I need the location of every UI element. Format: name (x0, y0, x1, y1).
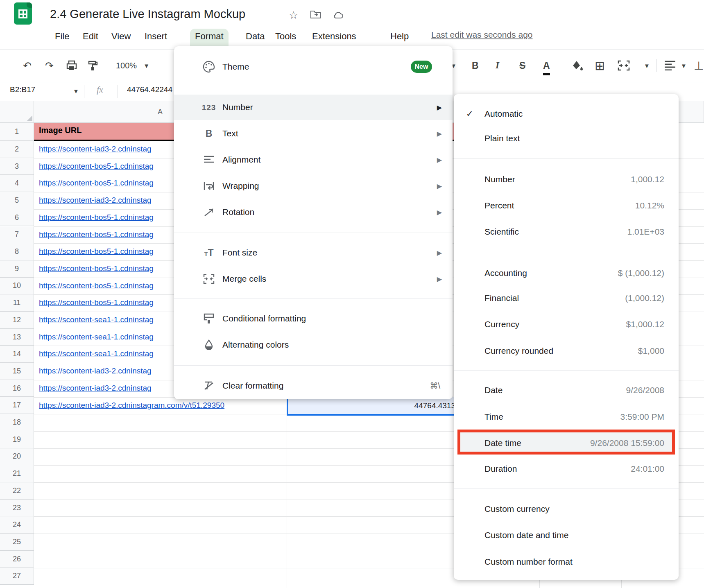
menubar-item-edit[interactable]: Edit (78, 29, 103, 44)
number-menu-item-automatic[interactable]: ✓Automatic (454, 101, 679, 127)
row-header-25[interactable]: 25 (0, 534, 34, 551)
row-header-16[interactable]: 16 (0, 380, 34, 397)
row-header-5[interactable]: 5 (0, 192, 34, 209)
row-header-10[interactable]: 10 (0, 278, 34, 295)
format-menu-item-theme[interactable]: ThemeNew (174, 54, 453, 79)
row-header-17[interactable]: 17 (0, 397, 34, 414)
format-menu-item-text[interactable]: BText▶ (174, 121, 453, 146)
url-cell-a13[interactable]: https://scontent-sea1-1.cdninstag (39, 332, 178, 341)
redo-icon[interactable]: ↷ (45, 58, 54, 73)
row-header-22[interactable]: 22 (0, 482, 34, 500)
last-edit-status[interactable]: Last edit was seconds ago (431, 30, 533, 40)
number-menu-item-scientific[interactable]: Scientific1.01E+03 (454, 219, 679, 244)
number-menu-item-duration[interactable]: Duration24:01:00 (454, 456, 679, 482)
menubar-item-help[interactable]: Help (385, 29, 414, 44)
url-cell-a5[interactable]: https://scontent-iad3-2.cdninstag (39, 196, 178, 205)
row-header-23[interactable]: 23 (0, 500, 34, 517)
row-header-1[interactable]: 1 (0, 123, 34, 141)
number-menu-item-financial[interactable]: Financial(1,000.12) (454, 285, 679, 311)
row-header-15[interactable]: 15 (0, 363, 34, 380)
format-menu-item-alignment[interactable]: Alignment▶ (174, 147, 453, 172)
borders-icon[interactable]: ⊞ (595, 58, 605, 73)
row-header-14[interactable]: 14 (0, 346, 34, 363)
number-menu-item-currency-rounded[interactable]: Currency rounded$1,000 (454, 338, 679, 364)
row-header-6[interactable]: 6 (0, 209, 34, 226)
fill-color-icon[interactable] (572, 58, 583, 73)
sheets-logo-icon[interactable] (14, 2, 32, 25)
vertical-align-icon[interactable]: ⊥ (694, 58, 704, 73)
row-header-12[interactable]: 12 (0, 312, 34, 329)
url-cell-a7[interactable]: https://scontent-bos5-1.cdninstag (39, 230, 178, 239)
chevron-down-icon[interactable]: ▼ (644, 58, 650, 73)
row-header-4[interactable]: 4 (0, 175, 34, 192)
row-header-3[interactable]: 3 (0, 158, 34, 175)
menubar-item-tools[interactable]: Tools (270, 29, 301, 44)
row-header-24[interactable]: 24 (0, 516, 34, 534)
url-cell-a9[interactable]: https://scontent-bos5-1.cdninstag (39, 264, 178, 273)
row-header-21[interactable]: 21 (0, 465, 34, 482)
horizontal-align-icon[interactable] (664, 58, 676, 73)
number-menu-item-currency[interactable]: Currency$1,000.12 (454, 312, 679, 337)
cloud-status-icon[interactable] (333, 11, 344, 19)
zoom-select[interactable]: 100% ▼ (116, 58, 149, 73)
print-icon[interactable] (66, 58, 77, 73)
star-icon[interactable]: ☆ (289, 9, 298, 22)
row-header-20[interactable]: 20 (0, 448, 34, 466)
row-header-2[interactable]: 2 (0, 141, 34, 158)
move-folder-icon[interactable] (310, 10, 321, 19)
row-header-26[interactable]: 26 (0, 551, 34, 568)
format-menu-item-font-size[interactable]: TTFont size▶ (174, 240, 453, 265)
row-header-18[interactable]: 18 (0, 414, 34, 431)
menubar-item-insert[interactable]: Insert (140, 29, 172, 44)
number-menu-item-date-time[interactable]: Date time9/26/2008 15:59:00 (454, 430, 679, 456)
format-menu-item-merge-cells[interactable]: Merge cells▶ (174, 266, 453, 292)
format-menu-item-number[interactable]: 123Number▶ (174, 95, 453, 120)
url-cell-a11[interactable]: https://scontent-bos5-1.cdninstag (39, 298, 178, 307)
select-all-corner[interactable] (0, 101, 34, 123)
row-header-9[interactable]: 9 (0, 260, 34, 278)
number-menu-item-custom-currency[interactable]: Custom currency (454, 496, 679, 522)
url-cell-a17[interactable]: https://scontent-iad3-2.cdninstagram.com… (39, 401, 285, 410)
document-title[interactable]: 2.4 Generate Live Instagram Mockup (50, 7, 245, 21)
url-cell-a10[interactable]: https://scontent-bos5-1.cdninstag (39, 281, 178, 290)
undo-icon[interactable]: ↶ (23, 58, 32, 73)
formula-input[interactable]: 44764.42244 (127, 85, 173, 94)
number-menu-item-date[interactable]: Date9/26/2008 (454, 378, 679, 403)
row-header-8[interactable]: 8 (0, 243, 34, 260)
url-cell-a15[interactable]: https://scontent-iad3-2.cdninstag (39, 366, 178, 375)
format-menu-item-rotation[interactable]: Rotation▶ (174, 199, 453, 225)
url-cell-a3[interactable]: https://scontent-bos5-1.cdninstag (39, 162, 178, 171)
menubar-item-view[interactable]: View (106, 29, 136, 44)
number-menu-item-percent[interactable]: Percent10.12% (454, 193, 679, 218)
url-cell-a2[interactable]: https://scontent-iad3-2.cdninstag (39, 145, 178, 154)
url-cell-a4[interactable]: https://scontent-bos5-1.cdninstag (39, 179, 178, 188)
url-cell-a6[interactable]: https://scontent-bos5-1.cdninstag (39, 213, 178, 222)
format-menu-item-conditional-formatting[interactable]: Conditional formatting (174, 306, 453, 331)
paint-format-icon[interactable] (88, 58, 98, 73)
row-header-13[interactable]: 13 (0, 329, 34, 346)
number-menu-item-time[interactable]: Time3:59:00 PM (454, 404, 679, 430)
format-menu-item-wrapping[interactable]: Wrapping▶ (174, 173, 453, 199)
row-header-19[interactable]: 19 (0, 431, 34, 448)
number-menu-item-custom-date-and-time[interactable]: Custom date and time (454, 522, 679, 548)
menubar-item-data[interactable]: Data (241, 29, 269, 44)
url-cell-a12[interactable]: https://scontent-sea1-1.cdninstag (39, 315, 178, 324)
merge-cells-icon[interactable] (618, 58, 630, 73)
format-menu-item-clear-formatting[interactable]: Clear formatting⌘\ (174, 373, 453, 398)
name-box[interactable]: B2:B17 (10, 85, 35, 94)
number-menu-item-accounting[interactable]: Accounting$ (1,000.12) (454, 260, 679, 286)
bold-icon[interactable]: B (472, 58, 479, 73)
url-cell-a14[interactable]: https://scontent-sea1-1.cdninstag (39, 349, 178, 358)
row-header-27[interactable]: 27 (0, 568, 34, 585)
number-menu-item-custom-number-format[interactable]: Custom number format (454, 549, 679, 574)
number-menu-item-number[interactable]: Number1,000.12 (454, 167, 679, 192)
menubar-item-file[interactable]: File (50, 29, 74, 44)
text-color-icon[interactable]: A (543, 58, 550, 75)
strikethrough-icon[interactable]: S (519, 58, 525, 73)
number-menu-item-plain-text[interactable]: Plain text (454, 126, 679, 151)
chevron-down-icon[interactable]: ▼ (681, 58, 687, 73)
menubar-item-extensions[interactable]: Extensions (307, 29, 361, 44)
row-header-11[interactable]: 11 (0, 294, 34, 312)
format-menu-item-alternating-colors[interactable]: Alternating colors (174, 332, 453, 357)
url-cell-a16[interactable]: https://scontent-iad3-2.cdninstag (39, 384, 178, 393)
